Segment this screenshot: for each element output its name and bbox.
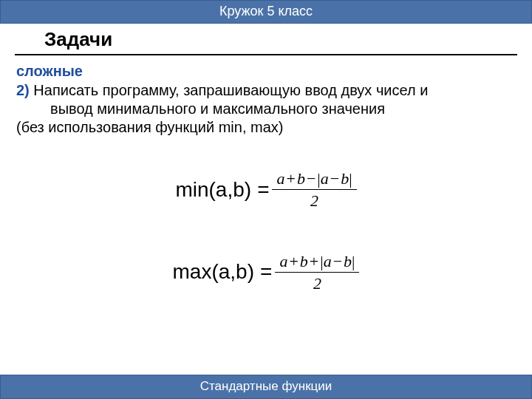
max-numerator: a+b+|a−b| — [275, 252, 359, 273]
min-eq: = — [257, 178, 269, 202]
task-line-2: вывод минимального и максимального значе… — [16, 100, 516, 118]
footer-bar: Стандартные функции — [0, 375, 532, 399]
footer-text: Стандартные функции — [200, 379, 332, 393]
min-fraction: a+b−|a−b| 2 — [272, 169, 356, 211]
min-denominator: 2 — [310, 190, 318, 210]
body: сложные 2) Написать программу, запрашива… — [0, 55, 532, 375]
page-heading: Задачи — [44, 28, 112, 50]
max-fraction: a+b+|a−b| 2 — [275, 252, 359, 293]
formula-max: max(a,b) = a+b+|a−b| 2 — [173, 252, 360, 293]
task-line-3: (без использования функций min, max) — [16, 118, 516, 137]
task-text-1: Написать программу, запрашивающую ввод д… — [30, 82, 429, 98]
task-number: 2) — [16, 82, 30, 98]
formula-min: min(a,b) = a+b−|a−b| 2 — [175, 169, 356, 211]
title-bar: Кружок 5 класс — [0, 0, 532, 24]
difficulty-label: сложные — [16, 63, 516, 80]
slide: Кружок 5 класс Задачи сложные 2) Написат… — [0, 0, 532, 399]
task-line-1: 2) Написать программу, запрашивающую вво… — [16, 81, 516, 100]
max-eq: = — [260, 260, 272, 284]
title-text: Кружок 5 класс — [219, 4, 313, 18]
min-lhs: min(a,b) — [175, 178, 251, 202]
max-lhs: max(a,b) — [173, 260, 254, 284]
max-denominator: 2 — [313, 273, 321, 293]
heading-row: Задачи — [0, 24, 532, 54]
min-numerator: a+b−|a−b| — [272, 169, 356, 190]
formulas-block: min(a,b) = a+b−|a−b| 2 max(a,b) = a+b+|a… — [16, 169, 516, 293]
